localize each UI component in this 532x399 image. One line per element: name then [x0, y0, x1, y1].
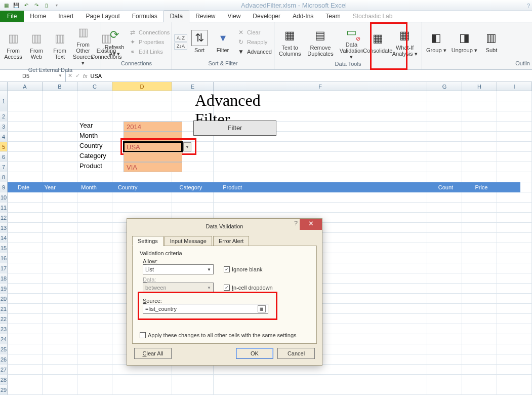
- row-header-28[interactable]: 28: [0, 375, 8, 385]
- connections-button[interactable]: ⇄Connections: [127, 28, 172, 37]
- tab-page-layout[interactable]: Page Layout: [79, 11, 126, 22]
- filter-button[interactable]: ▾Filter: [212, 29, 234, 54]
- allow-select[interactable]: List▼: [143, 264, 214, 274]
- row-header-4[interactable]: 4: [0, 132, 8, 142]
- ignore-blank-checkbox[interactable]: ✓Ignore blank: [224, 266, 263, 272]
- dialog-close-button[interactable]: ✕: [300, 219, 322, 230]
- tab-home[interactable]: Home: [24, 11, 52, 22]
- subtotal-button[interactable]: ▥Subt: [480, 29, 503, 54]
- field-category[interactable]: [124, 152, 182, 162]
- dialog-tab-input-message[interactable]: Input Message: [165, 236, 212, 246]
- qat-dropdown-icon[interactable]: ▾: [53, 2, 61, 10]
- chevron-down-icon[interactable]: ▼: [58, 73, 62, 78]
- tab-data[interactable]: Data: [163, 10, 189, 22]
- cancel-formula-icon[interactable]: ✕: [68, 72, 72, 79]
- row-header-16[interactable]: 16: [0, 253, 8, 263]
- tab-file[interactable]: File: [0, 11, 24, 22]
- tab-insert[interactable]: Insert: [52, 11, 79, 22]
- tab-view[interactable]: View: [222, 11, 247, 22]
- advanced-button[interactable]: ▼Advanced: [235, 47, 274, 56]
- row-header-24[interactable]: 24: [0, 334, 8, 344]
- row-header-22[interactable]: 22: [0, 314, 8, 324]
- from-text-button[interactable]: ▥From Text: [49, 29, 71, 61]
- incell-dropdown-checkbox[interactable]: ✓In-cell dropdown: [224, 285, 273, 291]
- tab-stochastic[interactable]: Stochastic Lab: [347, 11, 399, 22]
- select-all-corner[interactable]: [0, 82, 8, 91]
- tab-formulas[interactable]: Formulas: [126, 11, 163, 22]
- text-to-columns-button[interactable]: ▦Text to Columns: [276, 26, 303, 58]
- row-header-29[interactable]: 29: [0, 385, 8, 395]
- row-header-26[interactable]: 26: [0, 354, 8, 365]
- dialog-help-button[interactable]: ?: [294, 220, 298, 227]
- edit-links-button[interactable]: ⚭Edit Links: [127, 47, 172, 56]
- group-rows-button[interactable]: ◧Group ▾: [424, 29, 448, 54]
- sort-button[interactable]: ⇅Sort: [188, 29, 211, 54]
- label-country: Country: [79, 142, 103, 149]
- row-header-18[interactable]: 18: [0, 273, 8, 284]
- col-header-H[interactable]: H: [462, 82, 497, 91]
- dialog-tab-error-alert[interactable]: Error Alert: [213, 236, 250, 246]
- redo-icon[interactable]: ↷: [32, 2, 40, 10]
- row-header-15[interactable]: 15: [0, 243, 8, 253]
- ok-button[interactable]: OK: [236, 348, 273, 359]
- col-header-G[interactable]: G: [427, 82, 462, 91]
- from-web-button[interactable]: ▥From Web: [25, 29, 48, 61]
- formula-bar-value[interactable]: USA: [91, 73, 102, 79]
- sort-az-button[interactable]: A↓Z: [174, 34, 187, 42]
- col-header-A[interactable]: A: [8, 82, 43, 91]
- undo-icon[interactable]: ↶: [22, 2, 30, 10]
- from-other-button[interactable]: ▥From Other Sources ▾: [72, 23, 94, 67]
- tab-team[interactable]: Team: [319, 11, 346, 22]
- remove-duplicates-button[interactable]: ▤Remove Duplicates: [304, 26, 336, 58]
- tab-review[interactable]: Review: [189, 11, 221, 22]
- row-header-23[interactable]: 23: [0, 324, 8, 334]
- properties-button[interactable]: ✦Properties: [127, 37, 172, 47]
- cancel-button[interactable]: Cancel: [277, 348, 315, 359]
- refresh-all-button[interactable]: ⟳Refresh All ▾: [103, 26, 126, 57]
- ungroup-button[interactable]: ◨Ungroup ▾: [449, 29, 479, 54]
- field-product[interactable]: VIA: [124, 162, 182, 172]
- row-header-11[interactable]: 11: [0, 203, 8, 213]
- filter-action-button[interactable]: Filter: [193, 121, 276, 136]
- data-validation-button[interactable]: ▭⊘Data Validation ▾: [338, 23, 366, 61]
- col-header-C[interactable]: C: [77, 82, 112, 91]
- dialog-tab-settings[interactable]: Settings: [132, 236, 163, 246]
- from-access-button[interactable]: ▥From Access: [2, 29, 24, 61]
- row-header-3[interactable]: 3: [0, 122, 8, 132]
- row-header-10[interactable]: 10: [0, 192, 8, 203]
- clear-all-button[interactable]: Clear All: [134, 348, 172, 359]
- sort-za-button[interactable]: Z↓A: [174, 43, 187, 50]
- col-header-B[interactable]: B: [43, 82, 77, 91]
- clear-button[interactable]: ✕Clear: [235, 28, 274, 37]
- row-header-9[interactable]: 9: [0, 182, 8, 192]
- row-header-14[interactable]: 14: [0, 233, 8, 243]
- tab-developer[interactable]: Developer: [247, 11, 287, 22]
- enter-formula-icon[interactable]: ✓: [75, 72, 80, 79]
- new-icon[interactable]: ▯: [43, 2, 51, 10]
- help-icon[interactable]: ?: [527, 3, 530, 9]
- tab-addins[interactable]: Add-Ins: [287, 11, 319, 22]
- col-header-E[interactable]: E: [172, 82, 214, 91]
- row-header-6[interactable]: 6: [0, 152, 8, 162]
- col-header-D[interactable]: D: [112, 82, 172, 91]
- row-header-5[interactable]: 5: [0, 142, 8, 152]
- apply-all-checkbox[interactable]: Apply these changes to all other cells w…: [140, 332, 309, 338]
- fx-icon[interactable]: fx: [83, 73, 88, 79]
- row-header-7[interactable]: 7: [0, 162, 8, 172]
- col-header-F[interactable]: F: [214, 82, 427, 91]
- row-header-13[interactable]: 13: [0, 223, 8, 233]
- field-year[interactable]: 2014: [124, 122, 182, 132]
- row-header-1[interactable]: 1: [0, 91, 8, 111]
- row-header-20[interactable]: 20: [0, 294, 8, 304]
- row-header-12[interactable]: 12: [0, 213, 8, 223]
- save-icon[interactable]: 💾: [12, 2, 20, 10]
- row-header-27[interactable]: 27: [0, 365, 8, 375]
- row-header-19[interactable]: 19: [0, 284, 8, 294]
- row-header-21[interactable]: 21: [0, 304, 8, 314]
- row-header-2[interactable]: 2: [0, 111, 8, 122]
- row-header-8[interactable]: 8: [0, 172, 8, 182]
- reapply-button[interactable]: ↻Reapply: [235, 37, 274, 47]
- col-header-I[interactable]: I: [497, 82, 532, 91]
- row-header-17[interactable]: 17: [0, 263, 8, 273]
- row-header-25[interactable]: 25: [0, 344, 8, 354]
